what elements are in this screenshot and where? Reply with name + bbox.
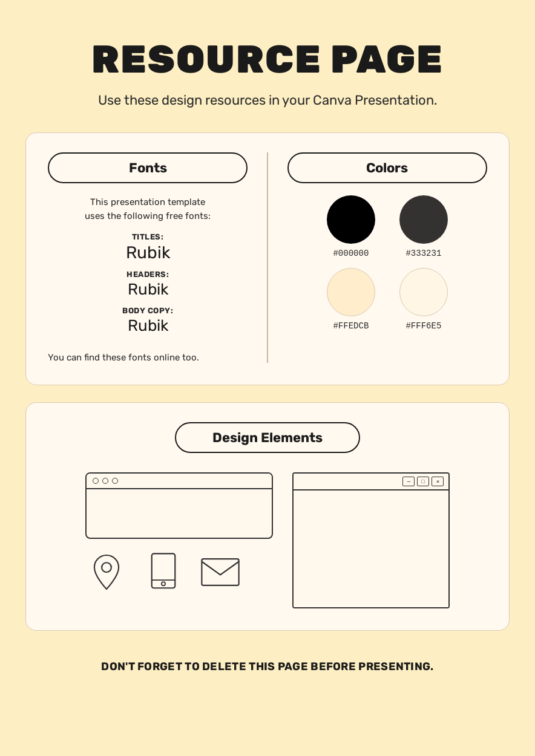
top-card: Fonts This presentation template uses th… xyxy=(25,132,510,385)
color-swatch-cream1: #FFEDCB xyxy=(327,268,375,331)
svg-point-2 xyxy=(162,582,165,585)
win-browser-titlebar: — □ × xyxy=(294,474,448,490)
mac-browser-titlebar xyxy=(87,474,272,489)
font-label-headers: HEADERS: xyxy=(126,270,169,279)
fonts-footer-text: You can find these fonts online too. xyxy=(48,352,248,363)
mail-icon xyxy=(199,551,241,593)
section-divider xyxy=(267,152,268,363)
elements-left xyxy=(85,472,273,593)
design-elements-card: Design Elements xyxy=(25,402,510,631)
font-name-titles: Rubik xyxy=(126,243,170,262)
elements-grid: — □ × xyxy=(48,472,487,608)
colors-grid: #000000 #333231 #FFEDCB #FFF6E5 xyxy=(287,195,487,331)
font-entry-headers: HEADERS: Rubik xyxy=(126,270,169,299)
win-btn-max: □ xyxy=(417,477,429,486)
fonts-tab: Fonts xyxy=(48,152,248,183)
color-label-black: #000000 xyxy=(333,249,369,258)
color-label-dark: #333231 xyxy=(405,249,441,258)
fonts-description: This presentation template uses the foll… xyxy=(85,195,211,223)
color-circle-cream1 xyxy=(327,268,375,316)
win-browser-body xyxy=(294,490,448,607)
font-name-headers: Rubik xyxy=(126,280,169,299)
color-swatch-black: #000000 xyxy=(327,195,375,258)
page-subtitle: Use these design resources in your Canva… xyxy=(98,92,438,108)
mac-browser-window xyxy=(85,472,273,539)
fonts-column: Fonts This presentation template uses th… xyxy=(48,152,248,363)
svg-rect-4 xyxy=(202,559,238,585)
page-title: RESOURCE PAGE xyxy=(91,36,444,82)
mac-dot-2 xyxy=(102,478,108,484)
color-circle-dark xyxy=(399,195,448,244)
color-label-cream2: #FFF6E5 xyxy=(405,321,441,331)
location-pin-icon xyxy=(85,551,128,593)
svg-point-0 xyxy=(102,562,111,572)
win-btn-close: × xyxy=(432,477,444,486)
font-entry-body: BODY COPY: Rubik xyxy=(122,306,173,335)
footer-note: DON'T FORGET TO DELETE THIS PAGE BEFORE … xyxy=(101,660,433,673)
color-circle-cream2 xyxy=(399,268,448,316)
win-btn-min: — xyxy=(402,477,415,486)
font-label-titles: TITLES: xyxy=(126,232,170,241)
color-swatch-cream2: #FFF6E5 xyxy=(399,268,448,331)
colors-column: Colors #000000 #333231 #FFEDCB xyxy=(287,152,487,331)
color-swatch-dark: #333231 xyxy=(399,195,448,258)
mac-dot-1 xyxy=(93,478,99,484)
color-circle-black xyxy=(327,195,375,244)
font-label-body: BODY COPY: xyxy=(122,306,173,315)
font-name-body: Rubik xyxy=(122,316,173,335)
mac-dot-3 xyxy=(112,478,118,484)
design-elements-header: Design Elements xyxy=(48,422,487,472)
font-entry-titles: TITLES: Rubik xyxy=(126,232,170,262)
svg-rect-1 xyxy=(152,553,176,588)
color-label-cream1: #FFEDCB xyxy=(333,321,369,331)
design-elements-tab: Design Elements xyxy=(175,422,360,453)
icons-row xyxy=(85,551,273,593)
colors-tab: Colors xyxy=(287,152,487,183)
tablet-icon xyxy=(142,551,185,593)
win-browser-window: — □ × xyxy=(292,472,450,608)
